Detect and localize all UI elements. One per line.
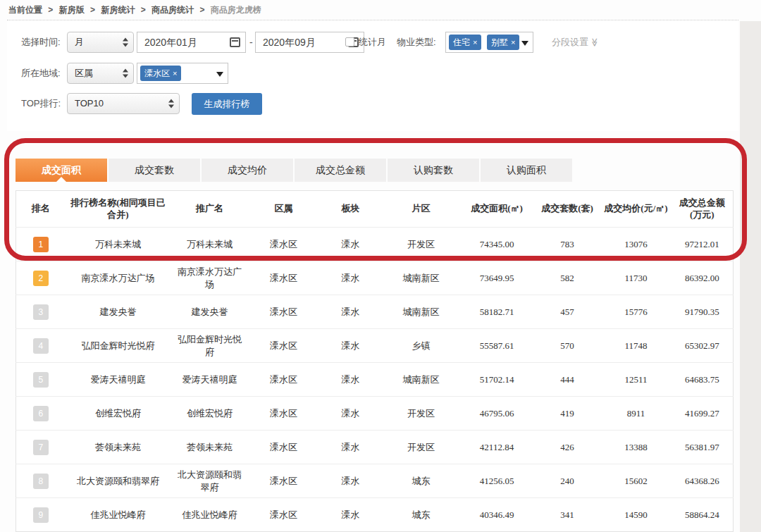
cell-district: 溧水区 [249,295,319,329]
close-icon[interactable]: × [511,38,515,47]
cell-price: 15776 [601,295,672,329]
col-header-price: 成交均价(元/㎡) [601,191,672,228]
cell-units: 457 [534,295,601,329]
col-header-total: 成交总金额(万元) [672,191,734,228]
table-header-row: 排名 排行榜名称(相同项目已合并) 推广名 区属 板块 片区 成交面积(㎡) 成… [16,191,734,228]
region-granularity-select[interactable]: 区属 [67,63,134,84]
tab-chengjiao-junjia[interactable]: 成交均价 [202,159,293,182]
chevron-double-down-icon: ≫ [584,38,605,47]
stepper-arrows-icon [123,38,128,47]
start-date-input[interactable]: 2020年01月 [137,32,246,53]
cell-district: 溧水区 [249,261,319,295]
cell-name: 弘阳金辉时光悦府 [66,329,171,363]
cell-units: 426 [534,431,601,464]
cell-zone: 城南新区 [383,295,460,329]
top-rank-select[interactable]: TOP10 [67,93,180,114]
cell-total: 91790.35 [672,295,734,329]
cell-promo: 南京溧水万达广场 [171,261,249,295]
cell-total: 64683.75 [672,363,734,397]
cell-area: 73649.95 [460,261,534,295]
cell-zone: 开发区 [383,397,460,431]
segment-settings-link[interactable]: 分段设置≫ [552,32,600,53]
cell-price: 11748 [601,329,672,363]
property-type-multiselect[interactable]: 住宅× 别墅× [445,32,533,53]
cell-promo: 弘阳金辉时光悦府 [171,329,249,363]
property-tag-zhuzhai: 住宅× [449,35,481,50]
table-row: 5 爱涛天禧明庭 爱涛天禧明庭 溧水区 溧水 城南新区 51702.14 444… [16,363,734,397]
cell-price: 12511 [601,363,672,397]
time-label: 选择时间: [21,32,61,53]
region-tag-lishui: 溧水区× [140,66,181,81]
close-icon[interactable]: × [473,38,477,47]
rank-badge: 2 [33,271,49,286]
top-rank-label: TOP排行: [21,93,61,114]
cell-total: 64368.26 [672,464,734,498]
cell-total: 56381.97 [672,431,734,464]
breadcrumb-prefix: 当前位置 [8,5,42,15]
cell-district: 溧水区 [249,431,319,464]
table-row: 7 荟领未来苑 荟领未来苑 溧水区 溧水 开发区 42112.84 426 13… [16,431,734,464]
tab-rengou-taoshu[interactable]: 认购套数 [388,159,479,182]
cell-area: 42112.84 [460,431,534,464]
rank-badge: 5 [33,372,49,388]
cell-units: 444 [534,363,601,397]
breadcrumb-item-shangpinfangtongji[interactable]: 商品房统计 [151,5,194,15]
rank-badge: 7 [33,440,49,455]
cell-plate: 溧水 [319,498,383,532]
caret-down-icon[interactable] [216,72,223,77]
top-rank-value: TOP10 [75,98,104,109]
cell-units: 419 [534,397,601,431]
table-row: 8 北大资源颐和翡翠府 北大资源颐和翡翠府 溧水区 溧水 城东 41256.05… [16,464,734,498]
cell-plate: 溧水 [319,295,383,329]
stat-month-label[interactable]: 统计月 [359,32,386,53]
property-tag-bieshu: 别墅× [487,35,519,50]
stepper-arrows-icon [168,99,174,109]
calendar-icon[interactable] [230,37,240,47]
breadcrumb-current: 商品房龙虎榜 [211,5,261,15]
breadcrumb: 当前位置 > 新房版 > 新房统计 > 商品房统计 > 商品房龙虎榜 [8,4,261,16]
breadcrumb-item-xinfangban[interactable]: 新房版 [59,5,85,15]
table-row: 2 南京溧水万达广场 南京溧水万达广场 溧水区 溧水 城南新区 73649.95… [16,261,734,295]
stepper-arrows-icon [123,69,128,78]
cell-promo: 创维宏悦府 [171,397,249,431]
cell-district: 溧水区 [249,228,319,261]
generate-ranking-button[interactable]: 生成排行榜 [192,93,262,115]
cell-total: 41699.27 [672,397,734,431]
tab-rengou-mianji[interactable]: 认购面积 [481,159,572,182]
stat-month-checkbox[interactable] [345,37,354,47]
cell-area: 41256.05 [460,464,534,498]
cell-district: 溧水区 [249,464,319,498]
region-multiselect[interactable]: 溧水区× [137,63,228,84]
close-icon[interactable]: × [173,69,177,78]
tag-label: 溧水区 [144,68,170,78]
cell-price: 15602 [601,464,672,498]
breadcrumb-item-xinfangtongji[interactable]: 新房统计 [101,5,135,15]
cell-district: 溧水区 [249,363,319,397]
col-header-units: 成交套数(套) [534,191,601,228]
breadcrumb-separator: > [199,5,204,15]
cell-units: 341 [534,498,601,532]
caret-down-icon[interactable] [521,41,528,46]
time-granularity-value: 月 [75,37,84,47]
time-granularity-select[interactable]: 月 [67,32,134,53]
cell-plate: 溧水 [319,397,383,431]
tag-label: 住宅 [453,37,470,47]
col-header-district: 区属 [249,191,319,228]
cell-promo: 建发央誉 [171,295,249,329]
cell-price: 13076 [601,228,672,261]
filter-row-region: 所在地域: 区属 溧水区× [7,63,738,84]
rank-badge: 8 [33,474,49,489]
tab-chengjiao-zongjine[interactable]: 成交总金额 [295,159,386,182]
cell-total: 65302.97 [672,329,734,363]
cell-price: 11730 [601,261,672,295]
segment-settings-label: 分段设置 [552,37,588,47]
rank-badge: 3 [33,304,49,320]
rank-badge: 6 [33,406,49,421]
cell-zone: 城东 [383,464,460,498]
cell-plate: 溧水 [319,261,383,295]
cell-units: 783 [534,228,601,261]
filter-row-top: TOP排行: TOP10 生成排行榜 [7,93,738,114]
col-header-plate: 板块 [319,191,383,228]
tab-chengjiao-mianji[interactable]: 成交面积 [16,159,107,182]
tab-chengjiao-taoshu[interactable]: 成交套数 [109,159,200,182]
